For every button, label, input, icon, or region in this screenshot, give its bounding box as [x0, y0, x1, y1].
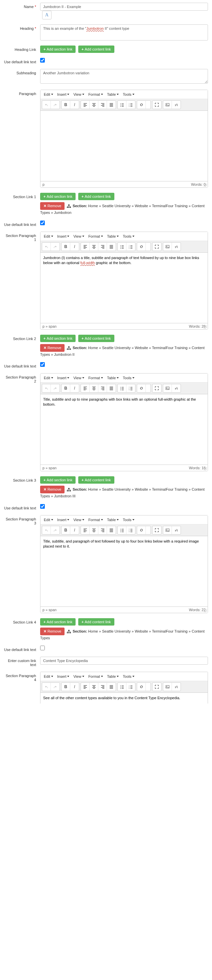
remove-button[interactable]: ✕ Remove	[40, 344, 65, 352]
bold-button[interactable]: B	[62, 526, 70, 534]
editor-body[interactable]: Title, subtitle, and paragraph of text f…	[40, 536, 208, 606]
link-dropdown[interactable]	[146, 243, 150, 251]
language-button[interactable]: A	[42, 11, 52, 19]
redo-button[interactable]	[51, 683, 60, 691]
remove-button[interactable]: ✕ Remove	[40, 628, 65, 635]
redo-button[interactable]	[51, 384, 60, 392]
menu-view[interactable]: View	[71, 232, 86, 240]
use-default-checkbox[interactable]	[40, 58, 45, 63]
align-right-button[interactable]	[98, 384, 107, 392]
align-right-button[interactable]	[98, 683, 107, 691]
use-default-checkbox[interactable]	[40, 504, 45, 509]
link-button[interactable]	[137, 101, 146, 109]
add-section-link-button[interactable]: +Add section link	[40, 193, 76, 200]
menu-table[interactable]: Table	[105, 673, 121, 680]
menu-table[interactable]: Table	[105, 91, 121, 98]
undo-button[interactable]	[42, 384, 51, 392]
heading-textarea[interactable]: This is an example of the "Jumbotron II"…	[40, 24, 208, 40]
use-default-checkbox[interactable]	[40, 221, 45, 225]
bullet-list-button[interactable]	[118, 101, 127, 109]
menu-format[interactable]: Format	[86, 673, 105, 680]
align-right-button[interactable]	[98, 526, 107, 534]
redo-button[interactable]	[51, 243, 60, 251]
number-list-button[interactable]: 123	[127, 526, 135, 534]
align-center-button[interactable]	[90, 243, 98, 251]
redo-button[interactable]	[51, 101, 60, 109]
menu-table[interactable]: Table	[105, 374, 121, 382]
add-content-link-button[interactable]: +Add content link	[78, 193, 114, 200]
bold-button[interactable]: B	[62, 384, 70, 392]
fullscreen-button[interactable]	[152, 243, 161, 251]
italic-button[interactable]: I	[70, 101, 79, 109]
bold-button[interactable]: B	[62, 683, 70, 691]
bullet-list-button[interactable]	[118, 526, 127, 534]
image-button[interactable]	[163, 243, 172, 251]
t4-button[interactable]	[172, 526, 180, 534]
menu-insert[interactable]: Insert	[55, 673, 71, 680]
bullet-list-button[interactable]	[118, 243, 127, 251]
align-justify-button[interactable]	[107, 384, 116, 392]
image-button[interactable]	[163, 526, 172, 534]
image-button[interactable]	[163, 683, 172, 691]
redo-button[interactable]	[51, 526, 60, 534]
add-content-link-button[interactable]: +Add content link	[78, 335, 114, 342]
menu-table[interactable]: Table	[105, 232, 121, 240]
menu-insert[interactable]: Insert	[55, 374, 71, 382]
align-center-button[interactable]	[90, 101, 98, 109]
link-button[interactable]	[137, 243, 146, 251]
menu-insert[interactable]: Insert	[55, 91, 71, 98]
link-button[interactable]	[137, 384, 146, 392]
bold-button[interactable]: B	[62, 101, 70, 109]
fullscreen-button[interactable]	[152, 101, 161, 109]
italic-button[interactable]: I	[70, 526, 79, 534]
custom-link-input[interactable]	[40, 657, 208, 665]
menu-view[interactable]: View	[71, 516, 86, 523]
menu-edit[interactable]: Edit	[42, 516, 55, 523]
align-justify-button[interactable]	[107, 683, 116, 691]
menu-edit[interactable]: Edit	[42, 374, 55, 382]
align-center-button[interactable]	[90, 526, 98, 534]
image-button[interactable]	[163, 384, 172, 392]
menu-view[interactable]: View	[71, 91, 86, 98]
subheading-textarea[interactable]: Another Jumbotron variation	[40, 69, 208, 84]
menu-edit[interactable]: Edit	[42, 91, 55, 98]
remove-button[interactable]: ✕ Remove	[40, 486, 65, 493]
t4-button[interactable]	[172, 683, 180, 691]
align-left-button[interactable]	[81, 683, 90, 691]
fullscreen-button[interactable]	[152, 526, 161, 534]
menu-format[interactable]: Format	[86, 374, 105, 382]
bold-button[interactable]: B	[62, 243, 70, 251]
align-center-button[interactable]	[90, 384, 98, 392]
use-default-checkbox[interactable]	[40, 362, 45, 367]
italic-button[interactable]: I	[70, 683, 79, 691]
editor-body[interactable]: See all of the other content types avail…	[40, 693, 208, 703]
remove-button[interactable]: ✕ Remove	[40, 202, 65, 210]
use-default-checkbox[interactable]	[40, 646, 45, 650]
link-dropdown[interactable]	[146, 526, 150, 534]
align-justify-button[interactable]	[107, 101, 116, 109]
add-section-link-button[interactable]: +Add section link	[40, 618, 76, 625]
editor-body[interactable]: Title, subtitle and up to nine paragraph…	[40, 394, 208, 465]
align-left-button[interactable]	[81, 384, 90, 392]
menu-table[interactable]: Table	[105, 516, 121, 523]
add-content-link-button[interactable]: +Add content link	[78, 476, 114, 484]
number-list-button[interactable]: 123	[127, 384, 135, 392]
add-content-link-button[interactable]: +Add content link	[78, 46, 114, 53]
undo-button[interactable]	[42, 101, 51, 109]
align-left-button[interactable]	[81, 526, 90, 534]
menu-view[interactable]: View	[71, 673, 86, 680]
align-justify-button[interactable]	[107, 526, 116, 534]
fullscreen-button[interactable]	[152, 683, 161, 691]
number-list-button[interactable]: 123	[127, 101, 135, 109]
menu-edit[interactable]: Edit	[42, 673, 55, 680]
add-section-link-button[interactable]: +Add section link	[40, 46, 76, 53]
undo-button[interactable]	[42, 526, 51, 534]
t4-button[interactable]	[172, 243, 180, 251]
italic-button[interactable]: I	[70, 384, 79, 392]
menu-view[interactable]: View	[71, 374, 86, 382]
number-list-button[interactable]: 123	[127, 683, 135, 691]
italic-button[interactable]: I	[70, 243, 79, 251]
editor-body[interactable]	[40, 111, 208, 181]
menu-tools[interactable]: Tools	[121, 374, 136, 382]
menu-format[interactable]: Format	[86, 91, 105, 98]
